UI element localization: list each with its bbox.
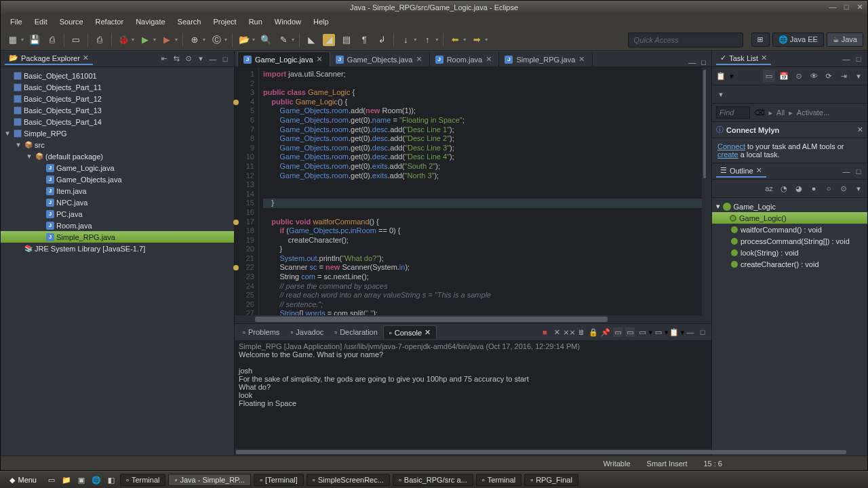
- outline-menu-icon[interactable]: ▾: [852, 182, 865, 195]
- tree-node[interactable]: Basic_Object_161001: [1, 70, 234, 81]
- files-icon[interactable]: 📁: [60, 473, 73, 487]
- build-icon[interactable]: ▭: [70, 34, 82, 46]
- new-console-icon[interactable]: ▭: [654, 327, 663, 337]
- task-find-input[interactable]: [716, 106, 750, 119]
- display-selected-icon[interactable]: ▭: [613, 327, 623, 337]
- presentation-icon[interactable]: ▾: [715, 88, 727, 100]
- menu-edit[interactable]: Edit: [29, 16, 53, 28]
- close-button[interactable]: ✕: [855, 2, 865, 12]
- collapse-icon[interactable]: ▾: [25, 152, 33, 161]
- synchronize-icon[interactable]: ⟳: [823, 70, 835, 82]
- code-line[interactable]: [263, 79, 702, 89]
- new-package-icon[interactable]: ⊕: [189, 34, 201, 46]
- code-line[interactable]: System.out.println("What do?");: [263, 254, 702, 264]
- console-scrollbar[interactable]: [235, 449, 711, 455]
- minimize-editor-icon[interactable]: —: [686, 58, 698, 66]
- tree-node[interactable]: Game_Objects.java: [1, 174, 234, 185]
- bottom-tab-problems[interactable]: ▫Problems: [237, 326, 285, 338]
- hide-local-icon[interactable]: ○: [823, 182, 835, 195]
- code-line[interactable]: Game_Objects.room.add(new Room(1));: [263, 106, 702, 116]
- code-line[interactable]: Game_Objects.room.get(0).exits.add("Sout…: [263, 162, 702, 171]
- terminate-icon[interactable]: ■: [540, 327, 549, 337]
- dropdown-icon[interactable]: ▾: [463, 37, 466, 43]
- show-whitespace-icon[interactable]: ¶: [358, 34, 370, 46]
- debug-icon[interactable]: 🐞: [117, 34, 130, 46]
- new-icon[interactable]: ▦: [7, 34, 19, 46]
- annotation-icon[interactable]: ✎: [277, 34, 290, 46]
- code-editor[interactable]: 1234567891011121314151617181920212223242…: [235, 67, 711, 315]
- tree-node[interactable]: JRE System Library [JavaSE-1.7]: [1, 243, 234, 254]
- dropdown-icon[interactable]: ▾: [175, 37, 178, 43]
- code-line[interactable]: Game_Objects.room.get(0).desc.add("Desc …: [263, 125, 702, 135]
- close-icon[interactable]: ✕: [761, 54, 767, 62]
- taskbar-item[interactable]: ▫Basic_RPG/src a...: [393, 474, 473, 486]
- dropdown-icon[interactable]: ▾: [224, 37, 227, 43]
- open-type-icon[interactable]: 📂: [238, 34, 250, 46]
- collapse-icon[interactable]: ▾: [14, 140, 22, 149]
- dropdown-icon[interactable]: ▾: [132, 37, 134, 43]
- code-line[interactable]: Game_Objects.room.get(0).exits.add("Nort…: [263, 171, 702, 181]
- scroll-lock-icon[interactable]: 🔒: [589, 327, 598, 337]
- bottom-tab-console[interactable]: ▫Console ✕: [383, 325, 437, 339]
- outline-node[interactable]: Game_Logic(): [712, 212, 867, 224]
- minimize-view-icon[interactable]: —: [208, 54, 218, 64]
- dropdown-icon[interactable]: ▾: [414, 37, 416, 43]
- maximize-view-icon[interactable]: □: [854, 54, 863, 64]
- editor-tab[interactable]: Game_Logic.java✕: [237, 52, 330, 66]
- dropdown-icon[interactable]: ▾: [485, 37, 488, 43]
- expand-icon[interactable]: ▾: [716, 202, 720, 211]
- minimize-view-icon[interactable]: —: [842, 167, 851, 176]
- clear-find-icon[interactable]: ⌫: [754, 108, 765, 117]
- clear-console-icon[interactable]: 🗎: [576, 327, 586, 337]
- code-line[interactable]: [263, 180, 702, 190]
- collapse-icon[interactable]: ▾: [3, 129, 12, 138]
- maximize-editor-icon[interactable]: □: [698, 58, 709, 66]
- tree-node[interactable]: Simple_RPG.java: [1, 231, 234, 243]
- link-editor-icon[interactable]: ⇆: [172, 54, 181, 64]
- hide-static-icon[interactable]: ◕: [793, 182, 805, 195]
- dropdown-icon[interactable]: ▾: [292, 37, 294, 43]
- menu-window[interactable]: Window: [269, 16, 307, 28]
- editor-tab[interactable]: Game_Objects.java✕: [330, 52, 430, 66]
- dropdown-icon[interactable]: ▾: [435, 37, 438, 43]
- close-icon[interactable]: ✕: [857, 125, 863, 134]
- menu-search[interactable]: Search: [172, 16, 207, 28]
- terminal-icon[interactable]: ▣: [75, 473, 88, 487]
- minimize-view-icon[interactable]: —: [686, 327, 695, 337]
- minimize-view-icon[interactable]: —: [842, 54, 851, 64]
- run-icon[interactable]: ▶: [139, 34, 151, 46]
- scrollbar-thumb[interactable]: [255, 317, 608, 322]
- code-line[interactable]: import java.util.Scanner;: [263, 70, 702, 79]
- code-line[interactable]: public Game_Logic() {: [263, 98, 702, 107]
- browser-icon[interactable]: 🌐: [90, 473, 103, 487]
- activate-link[interactable]: Activate...: [797, 108, 829, 117]
- outline-tree[interactable]: ▾Game_LogicGame_Logic()waitforCommand() …: [712, 198, 867, 455]
- print-icon[interactable]: ⎙: [94, 34, 106, 46]
- code-line[interactable]: Game_Objects.room.get(0).desc.add("Desc …: [263, 152, 702, 162]
- dropdown-icon[interactable]: ▾: [21, 37, 24, 43]
- close-icon[interactable]: ✕: [425, 328, 431, 337]
- connect-link[interactable]: Connect: [717, 142, 745, 150]
- minimize-button[interactable]: —: [828, 2, 837, 12]
- dropdown-icon[interactable]: ▾: [665, 328, 669, 337]
- code-line[interactable]: if (Game_Objects.pc.inRoom == 0) {: [263, 226, 702, 236]
- prev-annotation-icon[interactable]: ↑: [421, 34, 433, 46]
- tree-node[interactable]: ▾(default package): [1, 150, 234, 162]
- tree-node[interactable]: Basic_Objects_Part_13: [1, 104, 234, 116]
- code-line[interactable]: public void waitforCommand() {: [263, 218, 702, 227]
- code-area[interactable]: import java.util.Scanner; public class G…: [259, 67, 702, 315]
- code-line[interactable]: [263, 208, 702, 218]
- open-console-icon[interactable]: ▭: [625, 327, 635, 337]
- maximize-button[interactable]: □: [842, 2, 851, 12]
- code-line[interactable]: Scanner sc = new Scanner(System.in);: [263, 263, 702, 272]
- bottom-tab-javadoc[interactable]: ▫Javadoc: [285, 326, 329, 338]
- code-line[interactable]: createCharacter();: [263, 236, 702, 245]
- block-selection-icon[interactable]: ▤: [340, 34, 353, 46]
- forward-icon[interactable]: ➡: [471, 34, 483, 46]
- editor-tab[interactable]: Simple_RPG.java✕: [499, 52, 592, 66]
- console-select-icon[interactable]: ▭: [637, 327, 647, 337]
- code-line[interactable]: }: [263, 199, 702, 208]
- editor-tab[interactable]: Room.java✕: [430, 52, 500, 66]
- bottom-tab-declaration[interactable]: ▫Declaration: [329, 326, 383, 338]
- taskbar-item[interactable]: ▫Terminal: [476, 474, 521, 486]
